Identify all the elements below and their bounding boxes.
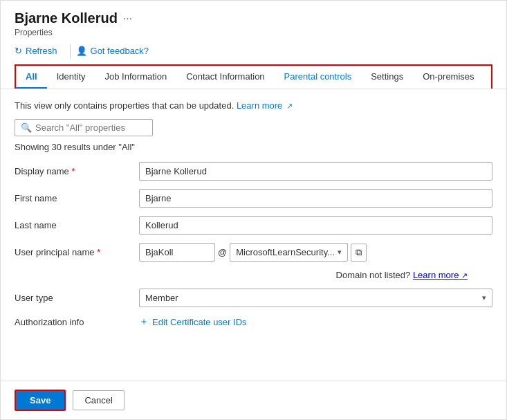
user-type-chevron-icon: ▾	[482, 293, 486, 302]
page-title: Bjarne Kollerud	[15, 10, 118, 26]
feedback-icon: 👤	[76, 46, 87, 56]
copy-icon: ⧉	[356, 247, 362, 257]
header-actions: ↻ Refresh 👤 Got feedback?	[15, 43, 492, 59]
refresh-button[interactable]: ↻ Refresh	[15, 43, 64, 59]
tab-job-information[interactable]: Job Information	[95, 66, 177, 89]
copy-button[interactable]: ⧉	[351, 244, 367, 262]
tabs-row: All Identity Job Information Contact Inf…	[15, 64, 492, 89]
learn-more-domain-link[interactable]: Learn more ↗	[413, 270, 468, 280]
upn-row: @ MicrosoftLearnSecurity... ▾ ⧉	[139, 243, 492, 262]
last-name-label: Last name	[15, 220, 139, 230]
upn-required-star: *	[97, 247, 100, 257]
user-type-label: User type	[15, 293, 139, 303]
required-star: *	[71, 166, 75, 176]
upn-label: User principal name *	[15, 247, 139, 257]
auth-info-label: Authorization info	[15, 317, 139, 327]
tab-all[interactable]: All	[16, 66, 47, 89]
tab-settings[interactable]: Settings	[361, 66, 413, 89]
tab-parental-controls[interactable]: Parental controls	[275, 66, 362, 89]
user-type-select[interactable]: Member ▾	[139, 289, 492, 307]
page-subtitle: Properties	[15, 28, 492, 37]
form-grid: Display name * First name Last name User…	[15, 162, 492, 328]
ellipsis-menu[interactable]: ···	[123, 12, 132, 25]
tab-contact-information[interactable]: Contact Information	[176, 66, 274, 89]
plus-icon: ＋	[139, 316, 149, 328]
footer: Save Cancel	[1, 381, 506, 419]
first-name-label: First name	[15, 193, 139, 203]
at-sign: @	[218, 247, 227, 257]
auth-info-row[interactable]: ＋ Edit Certificate user IDs	[139, 316, 492, 328]
learn-more-link[interactable]: Learn more ↗	[237, 100, 293, 111]
tab-on-premises[interactable]: On-premises	[413, 66, 483, 89]
results-label: Showing 30 results under "All"	[15, 142, 492, 152]
last-name-input[interactable]	[139, 216, 492, 235]
display-name-input[interactable]	[139, 162, 492, 181]
user-type-value: Member	[145, 293, 482, 303]
external-link-icon-2: ↗	[461, 271, 468, 280]
page-wrapper: Bjarne Kollerud ··· Properties ↻ Refresh…	[0, 0, 507, 420]
domain-select[interactable]: MicrosoftLearnSecurity... ▾	[230, 243, 348, 262]
first-name-input[interactable]	[139, 189, 492, 208]
chevron-down-icon: ▾	[338, 248, 342, 257]
domain-select-text: MicrosoftLearnSecurity...	[236, 247, 335, 257]
header-title-row: Bjarne Kollerud ···	[15, 10, 492, 26]
search-icon: 🔍	[21, 122, 32, 133]
header: Bjarne Kollerud ··· Properties ↻ Refresh…	[1, 1, 506, 89]
search-box[interactable]: 🔍	[15, 119, 153, 136]
display-name-label: Display name *	[15, 166, 139, 176]
tab-identity[interactable]: Identity	[47, 66, 95, 89]
upn-prefix-input[interactable]	[139, 243, 215, 262]
save-button[interactable]: Save	[15, 390, 66, 411]
feedback-button[interactable]: 👤 Got feedback?	[76, 43, 156, 59]
content-area: This view only contains properties that …	[1, 89, 506, 381]
info-text: This view only contains properties that …	[15, 100, 492, 111]
cancel-button[interactable]: Cancel	[73, 390, 124, 410]
search-input[interactable]	[35, 122, 146, 133]
domain-not-listed-row: Domain not listed? Learn more ↗	[15, 270, 492, 280]
refresh-icon: ↻	[15, 46, 22, 56]
auth-info-action-label: Edit Certificate user IDs	[152, 317, 247, 327]
header-divider	[70, 44, 71, 58]
external-link-icon: ↗	[286, 102, 293, 110]
